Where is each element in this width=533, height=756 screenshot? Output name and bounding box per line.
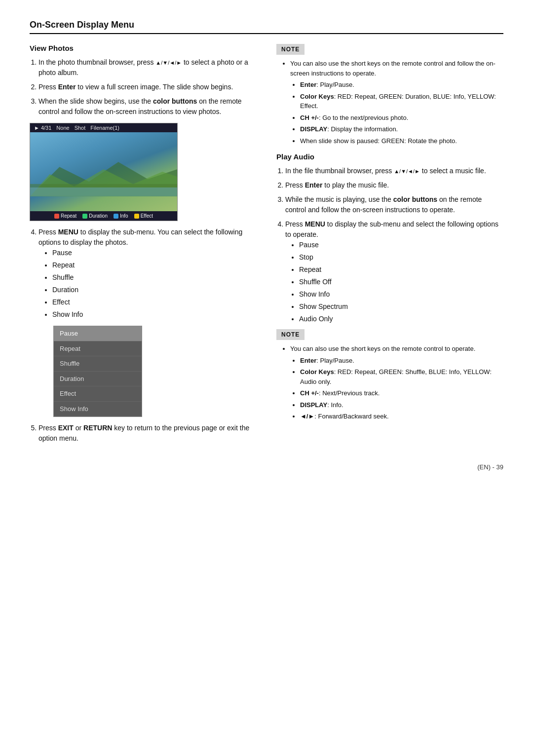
note-display: DISPLAY: Display the information.: [300, 124, 503, 134]
menu-item-pause: Pause: [54, 326, 142, 341]
photo-image-area: [30, 132, 177, 211]
note2-color-keys: Color Keys: RED: Repeat, GREEN: Shuffle,…: [300, 367, 503, 386]
note-list-1: You can also use the short keys on the r…: [276, 59, 503, 78]
red-dot: [54, 214, 59, 219]
color-btn-duration: Duration: [82, 213, 108, 219]
left-column: View Photos In the photo thumbnail brows…: [30, 44, 257, 449]
blue-dot: [114, 214, 118, 219]
menu-item-duration: Duration: [54, 372, 142, 387]
audio-option-pause: Pause: [299, 240, 503, 250]
note2-enter: Enter: Play/Pause.: [300, 356, 503, 366]
audio-step4-options: Pause Stop Repeat Shuffle Off Show Info …: [285, 240, 503, 324]
menu-item-repeat: Repeat: [54, 341, 142, 357]
audio-option-show-info: Show Info: [299, 289, 503, 300]
photo-repeat: None: [56, 125, 69, 131]
photo-toolbar: ► 4/31 None Shot Filename(1): [30, 123, 177, 132]
menu-box: Pause Repeat Shuffle Duration Effect Sho…: [53, 326, 142, 417]
note-enter: Enter: Play/Pause.: [300, 80, 503, 90]
view-photos-steps-continued: Press MENU to display the sub-menu. You …: [30, 227, 257, 444]
view-photos-steps: In the photo thumbnail browser, press ▲/…: [30, 57, 257, 117]
play-audio-steps: In the file thumbnail browser, press ▲/▼…: [276, 166, 503, 324]
menu-item-effect: Effect: [54, 386, 142, 402]
option-effect: Effect: [52, 297, 257, 307]
photo-filename: Filename(1): [90, 125, 119, 131]
note-color-keys: Color Keys: RED: Repeat, GREEN: Duration…: [300, 92, 503, 111]
yellow-dot: [134, 214, 139, 219]
photo-preview: ► 4/31 None Shot Filename(1) Repeat: [30, 123, 178, 221]
right-column: NOTE You can also use the short keys on …: [276, 44, 503, 449]
note-list-2: You can also use the short keys on the r…: [276, 344, 503, 354]
note-label-2: NOTE: [276, 329, 305, 340]
option-duration: Duration: [52, 285, 257, 295]
note2-display: DISPLAY: Info.: [300, 400, 503, 410]
menu-item-show-info: Show Info: [54, 402, 142, 417]
note-label-1: NOTE: [276, 44, 305, 55]
play-audio-title: Play Audio: [276, 152, 503, 161]
note2-shortkeys: You can also use the short keys on the r…: [290, 344, 503, 354]
green-dot: [82, 214, 87, 219]
audio-option-repeat: Repeat: [299, 265, 503, 275]
photo-shot: Shot: [75, 125, 86, 131]
note-content-1: You can also use the short keys on the r…: [276, 59, 503, 146]
audio-step-1: In the file thumbnail browser, press ▲/▼…: [285, 166, 503, 176]
option-repeat: Repeat: [52, 260, 257, 270]
audio-option-shuffle-off: Shuffle Off: [299, 277, 503, 287]
color-btn-info: Info: [114, 213, 128, 219]
option-show-info: Show Info: [52, 309, 257, 320]
step-2: Press Enter to view a full screen image.…: [38, 82, 257, 92]
svg-rect-3: [30, 188, 177, 196]
step-3: When the slide show begins, use the colo…: [38, 96, 257, 117]
step-5: Press EXIT or RETURN key to return to th…: [38, 423, 257, 444]
note-content-2: You can also use the short keys on the r…: [276, 344, 503, 421]
note-sub-list-2: Enter: Play/Pause. Color Keys: RED: Repe…: [276, 356, 503, 421]
note-slideshow-paused: When slide show is paused: GREEN: Rotate…: [300, 136, 503, 146]
note2-seek: ◄/►: Forward/Backward seek.: [300, 412, 503, 421]
photo-counter: ► 4/31: [34, 125, 51, 131]
view-photos-title: View Photos: [30, 44, 257, 52]
option-shuffle: Shuffle: [52, 272, 257, 283]
menu-item-shuffle: Shuffle: [54, 356, 142, 372]
mountain-svg: [30, 157, 177, 196]
page-title: On-Screen Display Menu: [30, 20, 503, 34]
step4-options: Pause Repeat Shuffle Duration Effect Sho…: [38, 248, 257, 320]
audio-option-show-spectrum: Show Spectrum: [299, 302, 503, 312]
color-btn-repeat: Repeat: [54, 213, 76, 219]
note-item-shortkeys: You can also use the short keys on the r…: [290, 59, 503, 78]
note2-ch: CH +/-: Next/Previous track.: [300, 388, 503, 398]
audio-step-2: Press Enter to play the music file.: [285, 180, 503, 190]
photo-bottom-bar: Repeat Duration Info Effect: [30, 211, 177, 221]
page-num-en: (EN) -: [477, 463, 496, 471]
note-ch: CH +/-: Go to the next/previous photo.: [300, 113, 503, 123]
step-4: Press MENU to display the sub-menu. You …: [38, 227, 257, 417]
color-btn-effect: Effect: [134, 213, 153, 219]
step-1: In the photo thumbnail browser, press ▲/…: [38, 57, 257, 78]
audio-step-4: Press MENU to display the sub-menu and s…: [285, 219, 503, 324]
note-sub-list-1: Enter: Play/Pause. Color Keys: RED: Repe…: [276, 80, 503, 146]
option-pause: Pause: [52, 248, 257, 258]
page-number: (EN) - 39: [30, 463, 503, 471]
audio-option-stop: Stop: [299, 252, 503, 263]
audio-option-audio-only: Audio Only: [299, 314, 503, 324]
audio-step-3: While the music is playing, use the colo…: [285, 194, 503, 215]
